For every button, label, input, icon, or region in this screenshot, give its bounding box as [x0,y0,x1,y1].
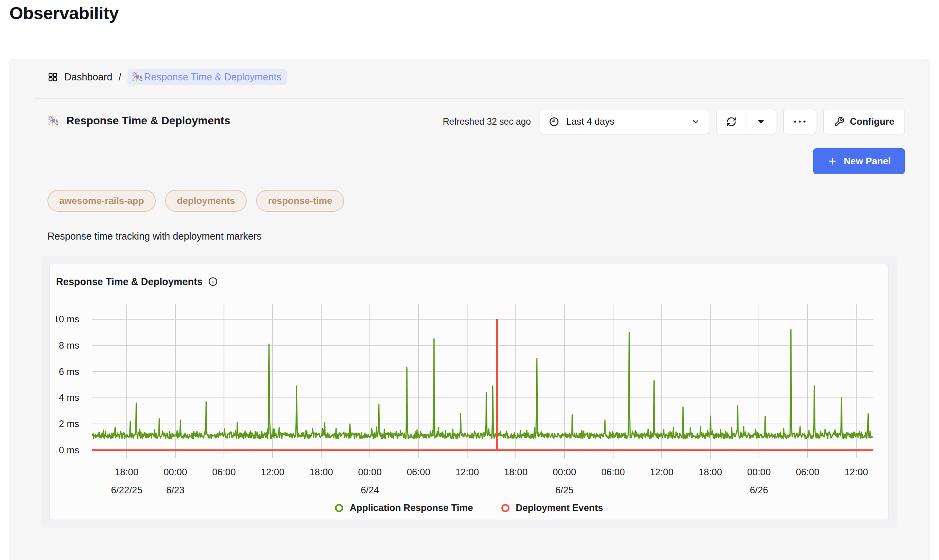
x-axis-time-label: 00:00 [358,467,382,477]
breadcrumb-dashboard-link[interactable]: Dashboard / [64,71,121,83]
panel-title: 🎠 Response Time & Deployments [47,109,230,127]
header-controls: Refreshed 32 sec ago Last 4 days [443,109,905,134]
breadcrumb: Dashboard / 🎠 Response Time & Deployment… [47,68,905,86]
refresh-split-button [716,109,776,134]
caret-down-icon [757,119,764,124]
x-axis-time-label: 00:00 [553,467,576,477]
panel-header: 🎠 Response Time & Deployments Refreshed … [47,109,905,134]
header-divider [34,98,905,99]
x-axis-time-label: 06:00 [407,467,430,477]
carousel-horse-emoji-icon: 🎠 [131,72,143,82]
y-axis-label: 0 ms [59,445,79,455]
y-axis-label: 2 ms [59,418,79,429]
x-axis-date-label: 6/26 [750,485,768,495]
clock-icon [549,116,559,127]
y-axis-label: 8 ms [59,340,79,351]
breadcrumb-root-label: Dashboard [64,71,112,83]
response-time-chart[interactable]: 0 ms2 ms4 ms6 ms8 ms10 ms18:006/22/2500:… [56,304,883,502]
ellipsis-icon [793,120,806,124]
x-axis-time-label: 06:00 [212,467,236,477]
dashboard-grid-icon [47,72,58,82]
time-range-value: Last 4 days [566,116,615,127]
tag-deployments[interactable]: deployments [165,190,247,212]
carousel-horse-emoji-icon: 🎠 [47,116,59,125]
new-panel-row: New Panel [34,148,905,174]
x-axis-date-label: 6/22/25 [111,485,142,495]
x-axis-time-label: 00:00 [747,467,771,477]
tag-awesome-rails-app[interactable]: awesome-rails-app [47,190,156,212]
page-title: Observability [9,3,930,24]
new-panel-label: New Panel [844,156,891,167]
tag-list: awesome-rails-app deployments response-t… [47,190,905,212]
x-axis-time-label: 06:00 [601,467,625,477]
refresh-interval-caret-button[interactable] [746,109,776,134]
y-axis-label: 6 ms [59,366,79,377]
legend-deployment-events[interactable]: Deployment Events [501,502,603,513]
refresh-icon [726,116,737,127]
refreshed-status: Refreshed 32 sec ago [443,116,531,127]
dashboard-card: Dashboard / 🎠 Response Time & Deployment… [9,59,930,560]
tag-response-time[interactable]: response-time [256,190,344,212]
chart-title-row: Response Time & Deployments [50,274,888,289]
x-axis-time-label: 18:00 [504,467,528,477]
breadcrumb-separator: / [118,71,121,83]
x-axis-date-label: 6/24 [361,485,379,495]
plus-icon [827,156,837,166]
more-options-button[interactable] [783,109,816,134]
chart-panel-wrapper: Response Time & Deployments 0 ms2 ms4 ms… [42,256,897,528]
x-axis-time-label: 18:00 [115,467,138,477]
panel-title-label: Response Time & Deployments [66,115,230,127]
chart-legend: Application Response Time Deployment Eve… [50,502,888,513]
wrench-tools-icon [834,116,844,127]
x-axis-time-label: 18:00 [699,467,722,477]
x-axis-date-label: 6/23 [166,485,185,495]
x-axis-time-label: 12:00 [455,467,479,477]
y-axis-label: 10 ms [56,314,79,324]
chart-card: Response Time & Deployments 0 ms2 ms4 ms… [49,264,889,520]
x-axis-time-label: 06:00 [796,467,819,477]
new-panel-button[interactable]: New Panel [813,148,905,174]
legend-application-response-time[interactable]: Application Response Time [335,502,473,513]
y-axis-label: 4 ms [59,392,79,403]
x-axis-time-label: 12:00 [650,467,673,477]
x-axis-time-label: 12:00 [261,467,284,477]
chevron-down-icon [691,117,700,126]
refresh-button[interactable] [717,109,746,134]
breadcrumb-current-label: Response Time & Deployments [144,71,281,83]
series-application-response-time [92,330,873,439]
green-circle-icon [335,504,343,512]
red-circle-icon [501,504,510,512]
panel-description: Response time tracking with deployment m… [47,231,905,242]
info-icon[interactable] [208,276,218,287]
time-range-select[interactable]: Last 4 days [540,109,709,134]
configure-button[interactable]: Configure [823,109,905,134]
x-axis-time-label: 18:00 [309,467,333,477]
x-axis-time-label: 00:00 [164,467,187,477]
breadcrumb-current-page[interactable]: 🎠 Response Time & Deployments [127,69,287,85]
x-axis-date-label: 6/25 [555,485,574,495]
chart-title: Response Time & Deployments [56,276,202,287]
x-axis-time-label: 12:00 [844,467,868,477]
chart-canvas: 0 ms2 ms4 ms6 ms8 ms10 ms18:006/22/2500:… [56,304,883,502]
configure-label: Configure [850,116,894,127]
